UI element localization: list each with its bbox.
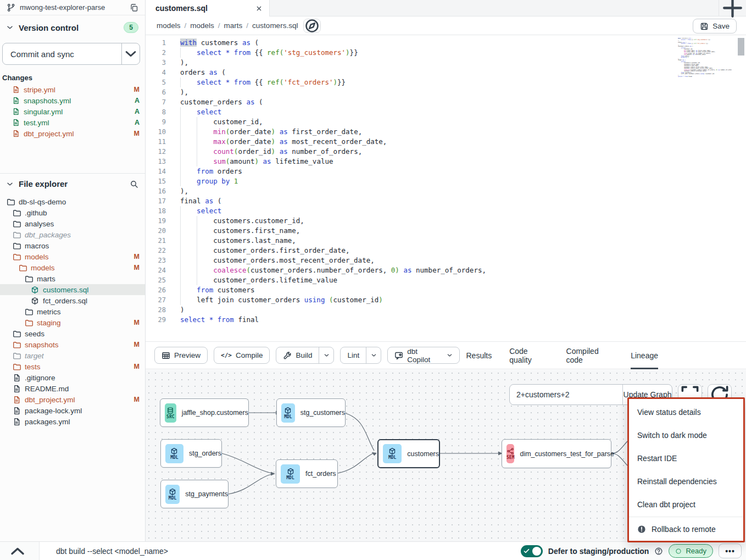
command-input[interactable]: dbt build --select <model_name> [39, 542, 531, 560]
tree-item-package-lock.yml[interactable]: package-lock.yml [0, 405, 145, 416]
build-button[interactable]: Build [276, 347, 334, 364]
dbt-copilot-button[interactable]: dbt Copilot [387, 347, 460, 364]
lineage-node-customers[interactable]: MDLcustomers [377, 439, 440, 468]
tree-item-staging[interactable]: stagingM [0, 317, 145, 328]
share-icon: SEM [506, 444, 514, 463]
save-button[interactable]: Save [693, 19, 737, 34]
tree-item-customers.sql[interactable]: customers.sql [0, 284, 145, 295]
version-control-header[interactable]: Version control 5 [0, 15, 145, 37]
breadcrumb-item[interactable]: models [190, 21, 214, 30]
lineage-node-stg_payments[interactable]: MDLstg_payments [160, 480, 229, 508]
dbt-cloud-ide: mwong-test-explorer-parse Version contro… [0, 0, 746, 560]
tree-item-models[interactable]: modelsM [0, 262, 145, 273]
preview-button[interactable]: Preview [154, 347, 208, 364]
tree-item-dbt_packages[interactable]: dbt_packages [0, 229, 145, 240]
code-line: max(order_date) as most_recent_order_dat… [180, 137, 486, 147]
lint-label: Lint [347, 351, 359, 359]
tab-customers-sql[interactable]: customers.sql [146, 0, 270, 16]
breadcrumb-separator: / [218, 21, 220, 30]
more-options-button[interactable]: ••• [719, 544, 742, 558]
menu-item-clean-dbt-project[interactable]: Clean dbt project [629, 493, 743, 516]
tree-item-snapshots[interactable]: snapshotsM [0, 339, 145, 350]
file-explorer-header[interactable]: File explorer [0, 174, 145, 193]
breadcrumb-item[interactable]: customers.sql [252, 21, 298, 30]
tab-lineage[interactable]: Lineage [631, 342, 658, 369]
tree-item-analyses[interactable]: analyses [0, 218, 145, 229]
tab-code-quality[interactable]: Code quality [509, 342, 548, 369]
change-row[interactable]: test.ymlA [0, 117, 145, 128]
code-icon: </> [221, 352, 232, 359]
tree-item-.github[interactable]: .github [0, 207, 145, 218]
tree-item-macros[interactable]: macros [0, 240, 145, 251]
alert-icon [637, 525, 646, 534]
change-row[interactable]: dbt_project.ymlM [0, 128, 145, 139]
defer-toggle[interactable] [521, 545, 543, 557]
minimap[interactable]: with customers as ( select * from {{ ref… [678, 38, 732, 80]
editor-tabstrip: customers.sql [146, 0, 746, 16]
change-row[interactable]: snapshots.ymlA [0, 95, 145, 106]
result-tabs: ResultsCode qualityCompiled codeLineage [466, 342, 658, 369]
code-line: count(order_id) as number_of_orders, [180, 147, 486, 157]
code-line: ), [180, 87, 486, 97]
tree-item-packages.yml[interactable]: packages.yml [0, 416, 145, 427]
code-line: with customers as ( [180, 38, 486, 48]
file-icon [13, 407, 21, 415]
code-editor[interactable]: 1234567891011121314151617181920212223242… [146, 36, 746, 341]
lineage-node-jaffle_shop.customers[interactable]: SRCjaffle_shop.customers [160, 398, 249, 427]
cube-icon: MDL [165, 444, 183, 463]
compile-button[interactable]: </>Compile [214, 347, 270, 364]
code-line: customer_id, [180, 117, 486, 127]
menu-item-reinstall-dependencies[interactable]: Reinstall dependencies [629, 470, 743, 493]
folder-icon [13, 330, 21, 338]
file-icon [12, 97, 20, 104]
tree-item-README.md[interactable]: README.md [0, 383, 145, 394]
commit-dropdown-button[interactable] [121, 43, 140, 64]
code-line: sum(amount) as lifetime_value [180, 157, 486, 167]
tree-item-dbt_project.yml[interactable]: dbt_project.ymlM [0, 394, 145, 405]
menu-item-switch-to-dark-mode[interactable]: Switch to dark mode [629, 424, 743, 447]
code-line: customers.customer_id, [180, 216, 486, 226]
help-icon[interactable] [654, 547, 663, 556]
file-icon [12, 86, 20, 93]
close-icon[interactable] [255, 5, 263, 12]
open-in-explorer-button[interactable] [303, 19, 321, 33]
copy-branch-icon[interactable] [130, 3, 138, 12]
menu-item-restart-ide[interactable]: Restart IDE [629, 447, 743, 470]
collapse-command-bar-button[interactable] [7, 542, 29, 560]
search-icon[interactable] [130, 180, 138, 188]
lineage-node-stg_customers[interactable]: MDLstg_customers [276, 398, 346, 427]
change-row[interactable]: singular.ymlA [0, 106, 145, 117]
cube-icon: MDL [165, 485, 180, 504]
menu-item-view-status-details[interactable]: View status details [629, 401, 743, 424]
tree-item-.gitignore[interactable]: .gitignore [0, 372, 145, 383]
tree-item-tests[interactable]: testsM [0, 361, 145, 372]
compile-label: Compile [236, 351, 263, 359]
lineage-node-stg_orders[interactable]: MDLstg_orders [160, 439, 222, 468]
tab-results[interactable]: Results [466, 342, 492, 369]
editor-scrollbar-thumb[interactable] [738, 38, 744, 56]
lineage-node-fct_orders[interactable]: MDLfct_orders [276, 459, 338, 488]
new-tab-button[interactable] [719, 0, 746, 16]
folder-icon [13, 220, 21, 228]
breadcrumb-item[interactable]: marts [224, 21, 243, 30]
menu-item-rollback-to-remote[interactable]: Rollback to remote [629, 518, 743, 541]
breadcrumb-item[interactable]: models [157, 21, 181, 30]
tree-item-models[interactable]: modelsM [0, 251, 145, 262]
code-line: customer_orders.first_order_date, [180, 246, 486, 256]
tree-item-db-sl-qs-demo[interactable]: db-sl-qs-demo [0, 196, 145, 207]
tree-item-metrics[interactable]: metrics [0, 306, 145, 317]
status-ready-badge[interactable]: Ready [669, 544, 713, 558]
lineage-filter-input[interactable] [510, 385, 622, 404]
file-icon [13, 374, 21, 382]
tree-item-target[interactable]: target [0, 350, 145, 361]
tree-item-seeds[interactable]: seeds [0, 328, 145, 339]
lint-dropdown-button[interactable] [366, 347, 381, 363]
change-row[interactable]: stripe.ymlM [0, 84, 145, 95]
tree-item-marts[interactable]: marts [0, 273, 145, 284]
lineage-node-dim_customers_test_for_parse[interactable]: SEMdim_customers_test_for_parse [502, 439, 611, 468]
commit-and-sync-button[interactable]: Commit and sync [2, 43, 140, 65]
build-dropdown-button[interactable] [319, 347, 333, 363]
tree-item-fct_orders.sql[interactable]: fct_orders.sql [0, 295, 145, 306]
lint-button[interactable]: Lint [340, 347, 381, 364]
tab-compiled-code[interactable]: Compiled code [566, 342, 614, 369]
